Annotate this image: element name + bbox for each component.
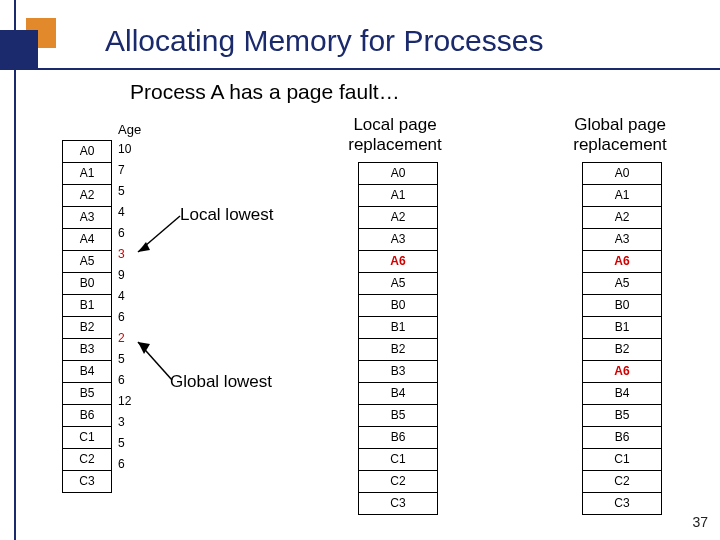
stack-row: B3: [359, 360, 437, 382]
age-value: 5: [118, 181, 148, 202]
stack-row: B1: [583, 316, 661, 338]
local-header: Local page replacement: [320, 115, 470, 154]
stack-row: C3: [583, 492, 661, 514]
stack-row: B5: [63, 382, 111, 404]
stack-row: A4: [63, 228, 111, 250]
stack-row: B5: [359, 404, 437, 426]
stack-row: B0: [359, 294, 437, 316]
stack-row: A5: [583, 272, 661, 294]
local-lowest-arrow: [130, 210, 190, 260]
age-value: 3: [118, 412, 148, 433]
stack-row: C2: [359, 470, 437, 492]
age-header: Age: [118, 122, 148, 137]
page-subtitle: Process A has a page fault…: [130, 80, 400, 104]
stack-row: A0: [63, 141, 111, 162]
age-value: 4: [118, 286, 148, 307]
stack-row: B0: [63, 272, 111, 294]
stack-row: A1: [359, 184, 437, 206]
stack-row: C3: [63, 470, 111, 492]
stack-row: B1: [63, 294, 111, 316]
stack-row: A6: [583, 360, 661, 382]
stack-row: A5: [359, 272, 437, 294]
stack-row: B2: [63, 316, 111, 338]
stack-row: A0: [583, 163, 661, 184]
stack-row: A3: [63, 206, 111, 228]
corner-decoration: [0, 0, 70, 70]
stack-row: A1: [583, 184, 661, 206]
stack-row: B2: [359, 338, 437, 360]
stack-row: B5: [583, 404, 661, 426]
svg-marker-3: [138, 342, 150, 354]
age-value: 9: [118, 265, 148, 286]
stack-row: B0: [583, 294, 661, 316]
stack-row: A0: [359, 163, 437, 184]
age-value: 12: [118, 391, 148, 412]
stack-row: C1: [583, 448, 661, 470]
stack-row: A6: [583, 250, 661, 272]
stack-row: A5: [63, 250, 111, 272]
age-value: 6: [118, 454, 148, 475]
age-value: 5: [118, 433, 148, 454]
page-title: Allocating Memory for Processes: [105, 24, 544, 58]
local-page-stack: A0A1A2A3A6A5B0B1B2B3B4B5B6C1C2C3: [358, 162, 438, 515]
stack-row: B6: [583, 426, 661, 448]
stack-row: B6: [359, 426, 437, 448]
age-value: 10: [118, 139, 148, 160]
main-page-stack: A0A1A2A3A4A5B0B1B2B3B4B5B6C1C2C3: [62, 140, 112, 493]
global-lowest-label: Global lowest: [170, 372, 272, 392]
stack-row: A2: [583, 206, 661, 228]
stack-row: C2: [63, 448, 111, 470]
stack-row: A2: [63, 184, 111, 206]
stack-row: A2: [359, 206, 437, 228]
stack-row: B1: [359, 316, 437, 338]
page-number: 37: [692, 514, 708, 530]
stack-row: C3: [359, 492, 437, 514]
stack-row: A1: [63, 162, 111, 184]
stack-row: B6: [63, 404, 111, 426]
stack-row: C2: [583, 470, 661, 492]
age-column: Age 107546394625612356: [118, 122, 148, 475]
global-lowest-arrow: [130, 336, 180, 386]
stack-row: A3: [359, 228, 437, 250]
stack-row: B3: [63, 338, 111, 360]
global-header: Global page replacement: [545, 115, 695, 154]
age-value: 7: [118, 160, 148, 181]
stack-row: A3: [583, 228, 661, 250]
stack-row: C1: [359, 448, 437, 470]
stack-row: B2: [583, 338, 661, 360]
stack-row: A6: [359, 250, 437, 272]
stack-row: B4: [359, 382, 437, 404]
stack-row: B4: [583, 382, 661, 404]
slide: Allocating Memory for Processes Process …: [0, 0, 720, 540]
local-lowest-label: Local lowest: [180, 205, 274, 225]
global-page-stack: A0A1A2A3A6A5B0B1B2A6B4B5B6C1C2C3: [582, 162, 662, 515]
stack-row: B4: [63, 360, 111, 382]
age-value: 6: [118, 307, 148, 328]
stack-row: C1: [63, 426, 111, 448]
